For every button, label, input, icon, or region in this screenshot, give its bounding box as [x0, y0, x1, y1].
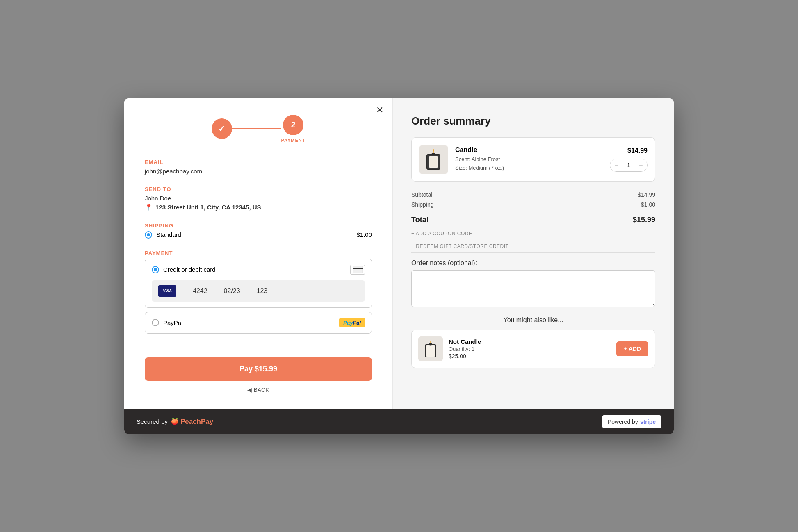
upsell-qty: Quantity: 1 [449, 346, 611, 352]
paypal-left: PayPal [152, 319, 183, 326]
card-details-row: VISA 4242 02/23 123 [152, 280, 365, 302]
quantity-price: $14.99 − 1 + [610, 147, 648, 172]
back-link[interactable]: ◀ BACK [145, 386, 372, 393]
back-label: BACK [253, 386, 269, 393]
radio-inner-2 [154, 268, 157, 271]
upsell-image [418, 336, 443, 361]
peachpay-icon: 🍑 [171, 418, 179, 425]
modal-footer: Secured by 🍑 PeachPay Powered by stripe [124, 409, 674, 434]
step-1-check-icon: ✓ [218, 124, 225, 134]
svg-point-12 [429, 343, 432, 345]
order-summary-title: Order summary [411, 115, 655, 127]
right-panel: Order summary Candle Scen [393, 98, 674, 409]
upsell-name: Not Candle [449, 338, 611, 345]
card-number: 4242 [193, 287, 207, 295]
paypal-radio[interactable] [152, 319, 159, 326]
peachpay-label: PeachPay [180, 418, 213, 426]
step-2-container: 2 PAYMENT [281, 115, 306, 143]
quantity-decrease-button[interactable]: − [610, 159, 622, 171]
address-row: 📍 123 Street Unit 1, City, CA 12345, US [145, 203, 372, 211]
order-notes-textarea[interactable] [411, 270, 655, 307]
email-section: EMAIL john@peachpay.com [145, 159, 372, 175]
shipping-label: SHIPPING [145, 223, 372, 229]
shipping-radio[interactable] [145, 231, 152, 239]
total-line: Total $15.99 [411, 211, 655, 224]
product-image [419, 145, 448, 174]
stripe-badge: Powered by stripe [602, 415, 661, 428]
credit-card-radio[interactable] [152, 266, 159, 273]
upsell-info: Not Candle Quantity: 1 $25.00 [449, 338, 611, 359]
visa-logo: VISA [158, 285, 176, 297]
quantity-control[interactable]: − 1 + [610, 159, 648, 172]
sendto-section: SEND TO John Doe 📍 123 Street Unit 1, Ci… [145, 186, 372, 211]
pin-icon: 📍 [145, 203, 153, 211]
paypal-logo: PayPal [339, 318, 365, 327]
sendto-label: SEND TO [145, 186, 372, 192]
paypal-option[interactable]: PayPal PayPal [145, 312, 372, 334]
upsell-card: Not Candle Quantity: 1 $25.00 + ADD [411, 330, 655, 368]
svg-rect-1 [353, 268, 363, 269]
total-value: $15.99 [633, 216, 655, 224]
step-2-label: PAYMENT [281, 138, 306, 143]
total-label: Total [411, 216, 429, 224]
payment-section: PAYMENT Credit or debit card [145, 250, 372, 334]
email-value: john@peachpay.com [145, 168, 372, 175]
back-arrow-icon: ◀ [247, 386, 252, 393]
credit-card-left: Credit or debit card [152, 266, 216, 273]
secured-text: Secured by 🍑 PeachPay [137, 418, 213, 426]
subtotal-value: $14.99 [638, 191, 655, 198]
credit-card-icon [350, 265, 365, 275]
shipping-option: Standard $1.00 [145, 231, 372, 239]
gift-link[interactable]: + REDEEM GIFT CARD/STORE CREDIT [411, 240, 655, 253]
product-size: Size: Medium (7 oz.) [455, 164, 602, 173]
email-label: EMAIL [145, 159, 372, 165]
shipping-option-label: Standard [156, 231, 181, 238]
shipping-price: $1.00 [356, 231, 372, 238]
peachpay-branding: 🍑 PeachPay [171, 418, 213, 426]
sendto-name: John Doe [145, 195, 372, 202]
quantity-value: 1 [622, 161, 635, 168]
progress-steps: ✓ 2 PAYMENT [145, 115, 372, 143]
subtotal-label: Subtotal [411, 191, 432, 198]
payment-label: PAYMENT [145, 250, 372, 256]
secured-label: Secured by [137, 418, 168, 425]
order-notes-label: Order notes (optional): [411, 259, 655, 267]
credit-card-header: Credit or debit card [152, 265, 365, 275]
checkout-modal: ✕ ✓ 2 PAYMENT EMAIL john@peachpay.com [124, 98, 674, 434]
product-scent: Scent: Alpine Frost [455, 155, 602, 164]
shipping-value: $1.00 [641, 201, 655, 208]
step-2-number: 2 [291, 120, 295, 130]
product-card: Candle Scent: Alpine Frost Size: Medium … [411, 137, 655, 182]
upsell-price: $25.00 [449, 353, 611, 359]
powered-by-label: Powered by [608, 418, 638, 425]
address-value: 123 Street Unit 1, City, CA 12345, US [155, 204, 261, 211]
credit-card-option[interactable]: Credit or debit card VISA [145, 259, 372, 308]
modal-body: ✕ ✓ 2 PAYMENT EMAIL john@peachpay.com [124, 98, 674, 409]
coupon-link[interactable]: + ADD A COUPON CODE [411, 227, 655, 240]
close-button[interactable]: ✕ [376, 106, 383, 115]
upsell-add-button[interactable]: + ADD [616, 341, 648, 356]
stripe-label: stripe [640, 418, 656, 425]
svg-rect-6 [430, 157, 437, 167]
step-line [232, 128, 281, 129]
radio-inner [147, 233, 150, 236]
card-expiry: 02/23 [224, 287, 240, 295]
paypal-label: PayPal [163, 319, 183, 326]
svg-point-7 [431, 153, 435, 155]
product-info: Candle Scent: Alpine Frost Size: Medium … [455, 146, 602, 173]
product-price: $14.99 [627, 147, 648, 155]
quantity-increase-button[interactable]: + [635, 159, 647, 171]
subtotal-line: Subtotal $14.99 [411, 191, 655, 198]
svg-rect-0 [353, 266, 363, 273]
shipping-label: Shipping [411, 201, 434, 208]
step-1-circle: ✓ [212, 118, 232, 139]
svg-rect-11 [426, 345, 435, 357]
shipping-line: Shipping $1.00 [411, 201, 655, 208]
pay-button[interactable]: Pay $15.99 [145, 357, 372, 381]
upsell-title: You might also like... [411, 316, 655, 324]
svg-rect-2 [353, 271, 357, 271]
svg-point-9 [433, 149, 434, 151]
step-2-circle: 2 [283, 115, 303, 135]
left-panel: ✕ ✓ 2 PAYMENT EMAIL john@peachpay.com [124, 98, 393, 409]
product-name: Candle [455, 146, 602, 154]
